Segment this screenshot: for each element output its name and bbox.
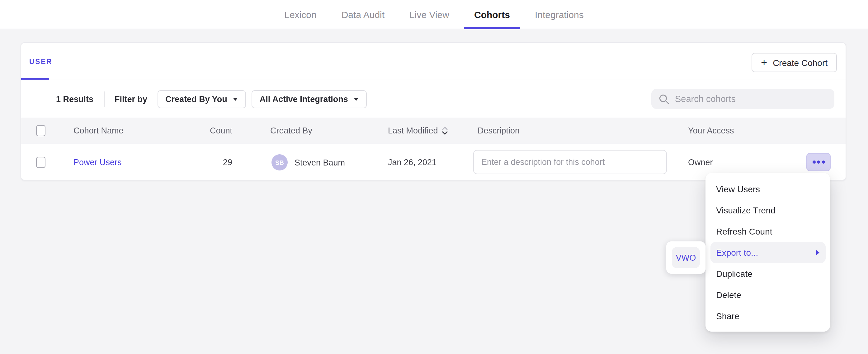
description-input[interactable] [473,150,667,174]
tab-user-underline [21,77,49,79]
search-input[interactable] [675,94,825,104]
ellipsis-icon [812,161,815,164]
menu-item-visualize-trend[interactable]: Visualize Trend [710,199,825,221]
column-description: Description [477,126,520,135]
chevron-down-icon [354,97,359,100]
ellipsis-icon [817,161,820,164]
menu-item-label: Share [716,311,739,321]
nav-tab-integrations[interactable]: Integrations [535,0,584,29]
nav-tab-label: Cohorts [474,9,510,20]
menu-item-label: Export to... [716,247,758,257]
nav-tab-cohorts[interactable]: Cohorts [474,0,510,29]
created-by-dropdown[interactable]: Created By You [157,90,246,108]
menu-item-delete[interactable]: Delete [710,284,825,305]
column-your-access: Your Access [688,126,734,135]
cohort-type-tabs: USER + Create Cohort [21,43,845,80]
active-tab-underline [464,27,520,29]
menu-item-label: Duplicate [716,268,752,279]
created-by-dropdown-label: Created By You [165,94,227,104]
tab-user[interactable]: USER [29,58,52,65]
menu-item-label: Visualize Trend [716,205,776,215]
integrations-dropdown[interactable]: All Active Integrations [252,90,367,108]
row-context-menu: View Users Visualize Trend Refresh Count… [706,173,830,332]
created-by-name: Steven Baum [294,158,345,167]
access-value: Owner [688,158,713,167]
submenu-arrow-icon [816,250,819,255]
top-navigation: Lexicon Data Audit Live View Cohorts Int… [0,0,868,29]
cohorts-card: USER + Create Cohort 1 Results Filter by… [21,42,846,181]
nav-tab-label: Live View [409,9,449,20]
filter-by-label: Filter by [115,94,147,104]
search-cohorts-box [651,89,834,109]
nav-tab-label: Data Audit [342,9,384,20]
menu-item-refresh-count[interactable]: Refresh Count [710,221,825,242]
cohort-count: 29 [197,158,232,167]
menu-item-label: View Users [716,184,760,194]
nav-tab-label: Lexicon [284,9,316,20]
page: Lexicon Data Audit Live View Cohorts Int… [0,0,868,354]
integrations-dropdown-label: All Active Integrations [260,94,348,104]
search-icon [659,94,670,104]
nav-tab-live-view[interactable]: Live View [409,0,449,29]
table-header: Cohort Name Count Created By Last Modifi… [21,118,845,144]
menu-item-export-to[interactable]: Export to... [710,242,825,263]
plus-icon: + [761,57,767,68]
results-count: 1 Results [56,94,93,104]
ellipsis-icon [822,161,825,164]
chevron-down-icon [233,97,238,100]
column-last-modified-label: Last Modified [388,126,438,135]
submenu-item-label: VWO [676,253,696,262]
nav-tab-lexicon[interactable]: Lexicon [284,0,316,29]
divider [104,91,104,107]
column-count: Count [197,126,232,135]
create-cohort-button[interactable]: + Create Cohort [751,53,837,72]
avatar: SB [272,154,288,170]
select-all-checkbox[interactable] [36,125,45,136]
column-cohort-name: Cohort Name [73,126,124,135]
column-created-by: Created By [270,126,312,135]
menu-item-share[interactable]: Share [710,305,825,326]
row-actions-button[interactable] [806,153,831,171]
created-by-cell: SB Steven Baum [272,154,345,170]
menu-item-duplicate[interactable]: Duplicate [710,263,825,284]
row-checkbox[interactable] [36,157,45,168]
last-modified-value: Jan 26, 2021 [388,158,436,167]
menu-item-label: Delete [716,290,741,299]
filter-bar: 1 Results Filter by Created By You All A… [21,80,845,118]
menu-item-label: Refresh Count [716,226,772,236]
cohort-name-link[interactable]: Power Users [73,158,122,167]
create-cohort-label: Create Cohort [773,58,828,67]
sort-icon[interactable] [442,126,448,135]
column-last-modified[interactable]: Last Modified [388,126,448,135]
export-submenu: VWO [666,242,706,274]
submenu-item-vwo[interactable]: VWO [672,247,700,268]
nav-tab-data-audit[interactable]: Data Audit [342,0,384,29]
nav-tab-label: Integrations [535,9,584,20]
menu-item-view-users[interactable]: View Users [710,178,825,199]
